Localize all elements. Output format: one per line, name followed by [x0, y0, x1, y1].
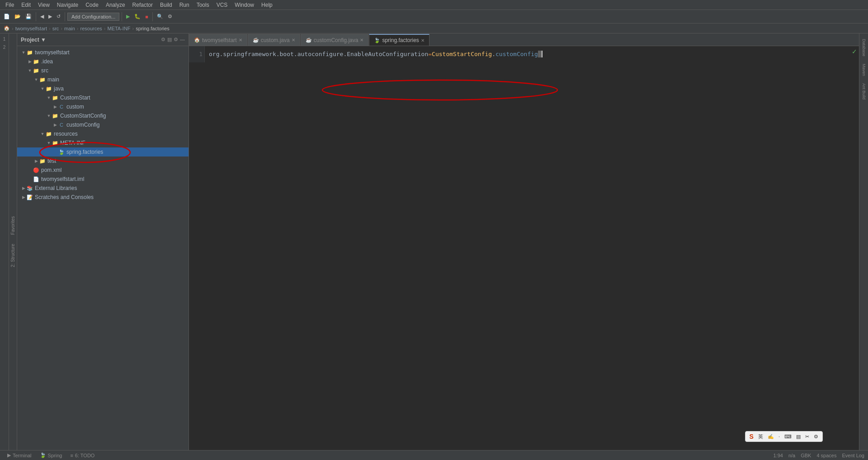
breadcrumb-src[interactable]: src [52, 26, 59, 31]
ime-icon6[interactable]: ⚙ [812, 433, 820, 440]
ime-eng[interactable]: 英 [757, 433, 764, 441]
project-panel-icons: ⚙ ▤ ⚙ — [161, 37, 185, 43]
bottom-tabs: ▶ Terminal 🍃 Spring ≡ 6: TODO [4, 451, 98, 460]
tree-label-15: External Libraries [35, 185, 77, 191]
tree-label-0: twomyselfstart [35, 49, 70, 56]
bottom-tab-todo[interactable]: ≡ 6: TODO [66, 451, 98, 460]
menu-edit[interactable]: Edit [18, 0, 34, 10]
tree-item-11[interactable]: 🍃spring.factories [17, 147, 189, 156]
toolbar-stop[interactable]: ■ [143, 11, 150, 22]
ime-icon3[interactable]: ⌨ [783, 433, 793, 440]
tree-item-14[interactable]: 📄twomyselfstart.iml [17, 175, 189, 184]
tab-spring-factories[interactable]: 🍃 spring.factories ✕ [369, 34, 429, 46]
tree-arrow-7: ▼ [46, 114, 52, 118]
toolbar: 📄 📂 💾 ◀ ▶ ↺ Add Configuration... ▶ 🐛 ■ 🔍… [0, 10, 868, 24]
left-icon-1[interactable]: 1 [1, 35, 8, 43]
menu-run[interactable]: Run [176, 0, 193, 10]
menu-refactor[interactable]: Refactor [129, 0, 156, 10]
menu-view[interactable]: View [34, 0, 53, 10]
breadcrumb-twomyselfstart[interactable]: twomyselfstart [15, 26, 47, 31]
menu-navigate[interactable]: Navigate [53, 0, 82, 10]
tree-item-5[interactable]: ▼📁CustomStart [17, 93, 189, 102]
tree-label-12: test [47, 158, 56, 164]
toolbar-refresh[interactable]: ↺ [55, 11, 62, 22]
ime-icon5[interactable]: ✂ [804, 433, 811, 440]
panel-icon-gear[interactable]: ⚙ [161, 37, 165, 43]
menu-help[interactable]: Help [258, 0, 276, 10]
toolbar-open[interactable]: 📂 [13, 11, 23, 22]
favorites-bar: Favorites 2: Structure [9, 33, 17, 450]
toolbar-save[interactable]: 💾 [24, 11, 33, 22]
tree-icon-0: 📁 [26, 49, 33, 56]
bottom-tab-spring-label: Spring [48, 453, 62, 458]
breadcrumb-metainf[interactable]: META-INF [107, 26, 130, 31]
tab-customconfig-java[interactable]: ☕ customConfig.java ✕ [301, 34, 369, 46]
editor-ok-indicator: ✓ [852, 48, 857, 55]
menu-file[interactable]: File [2, 0, 18, 10]
ime-icon1[interactable]: ✍ [766, 433, 775, 440]
tab-twomyselfstart[interactable]: 🏠 twomyselfstart ✕ [189, 34, 247, 46]
bottom-tab-terminal[interactable]: ▶ Terminal [4, 451, 35, 460]
menu-window[interactable]: Window [231, 0, 258, 10]
tree-item-12[interactable]: ▶📁test [17, 156, 189, 166]
breadcrumb-resources[interactable]: resources [80, 26, 102, 31]
tree-item-15[interactable]: ▶📚External Libraries [17, 184, 189, 193]
toolbar-run[interactable]: ▶ [124, 11, 132, 22]
toolbar-back[interactable]: ◀ [38, 11, 46, 22]
toolbar-search[interactable]: 🔍 [155, 11, 165, 22]
tree-item-4[interactable]: ▼📁java [17, 84, 189, 93]
breadcrumb-main[interactable]: main [64, 26, 75, 31]
ime-s-icon[interactable]: S [748, 432, 755, 441]
editor[interactable]: 1 org.springframework.boot.autoconfigure… [189, 46, 859, 450]
panel-icon-minimize[interactable]: — [180, 37, 185, 43]
tree-item-0[interactable]: ▼📁twomyselfstart [17, 48, 189, 57]
toolbar-forward[interactable]: ▶ [47, 11, 54, 22]
tree-icon-1: 📁 [33, 58, 40, 65]
tab-icon-customconfig: ☕ [306, 37, 312, 43]
tab-custom-java[interactable]: ☕ custom.java ✕ [248, 34, 300, 46]
breadcrumb-spring-factories[interactable]: spring.factories [136, 26, 170, 31]
right-tab-maven[interactable]: Maven [861, 60, 867, 80]
bottom-tab-spring[interactable]: 🍃 Spring [36, 451, 66, 460]
favorites-label[interactable]: Favorites [10, 216, 15, 235]
panel-icon-layout[interactable]: ▤ [167, 37, 172, 43]
breadcrumb-project[interactable]: 🏠 [4, 25, 10, 31]
tree-item-8[interactable]: ▶CcustomConfig [17, 120, 189, 129]
tree-item-2[interactable]: ▼📁src [17, 66, 189, 75]
menu-vcs[interactable]: VCS [213, 0, 231, 10]
tree-label-16: Scratches and Consoles [35, 194, 94, 200]
menu-build[interactable]: Build [156, 0, 176, 10]
tree-item-3[interactable]: ▼📁main [17, 75, 189, 84]
tree-item-13[interactable]: 🔴pom.xml [17, 166, 189, 175]
menu-code[interactable]: Code [82, 0, 102, 10]
toolbar-debug[interactable]: 🐛 [132, 11, 142, 22]
right-tab-database[interactable]: Database [861, 35, 867, 60]
tab-close-custom[interactable]: ✕ [292, 38, 295, 43]
code-content[interactable]: org.springframework.boot.autoconfigure.E… [205, 46, 859, 450]
tab-close-twomyselfstart[interactable]: ✕ [239, 38, 242, 43]
menu-tools[interactable]: Tools [193, 0, 213, 10]
structure-label[interactable]: 2: Structure [10, 244, 15, 267]
menu-analyze[interactable]: Analyze [102, 0, 129, 10]
tab-icon-custom: ☕ [253, 37, 259, 43]
tree-item-16[interactable]: ▶📝Scratches and Consoles [17, 193, 189, 202]
add-configuration-button[interactable]: Add Configuration... [67, 13, 119, 21]
panel-icon-settings[interactable]: ⚙ [174, 37, 178, 43]
tree-item-9[interactable]: ▼📁resources [17, 129, 189, 138]
ime-icon4[interactable]: ▤ [795, 433, 802, 440]
tab-close-customconfig[interactable]: ✕ [360, 38, 363, 43]
tab-close-factories[interactable]: ✕ [421, 38, 425, 43]
tree-item-6[interactable]: ▶Ccustom [17, 102, 189, 111]
tree-item-1[interactable]: ▶📁.idea [17, 57, 189, 66]
toolbar-settings[interactable]: ⚙ [166, 11, 174, 22]
separator-2 [65, 12, 65, 21]
tree-item-10[interactable]: ▼📁META-INF [17, 138, 189, 147]
event-log-label[interactable]: Event Log [842, 453, 864, 458]
right-tab-ant-build[interactable]: Ant Build [861, 80, 867, 103]
separator-1 [36, 12, 36, 21]
left-icon-2[interactable]: 2 [1, 43, 8, 51]
ime-icon2[interactable]: · [777, 433, 781, 440]
tree-item-7[interactable]: ▼📁CustomStartConfig [17, 111, 189, 120]
tree-label-6: custom [66, 104, 84, 110]
toolbar-new[interactable]: 📄 [2, 11, 12, 22]
